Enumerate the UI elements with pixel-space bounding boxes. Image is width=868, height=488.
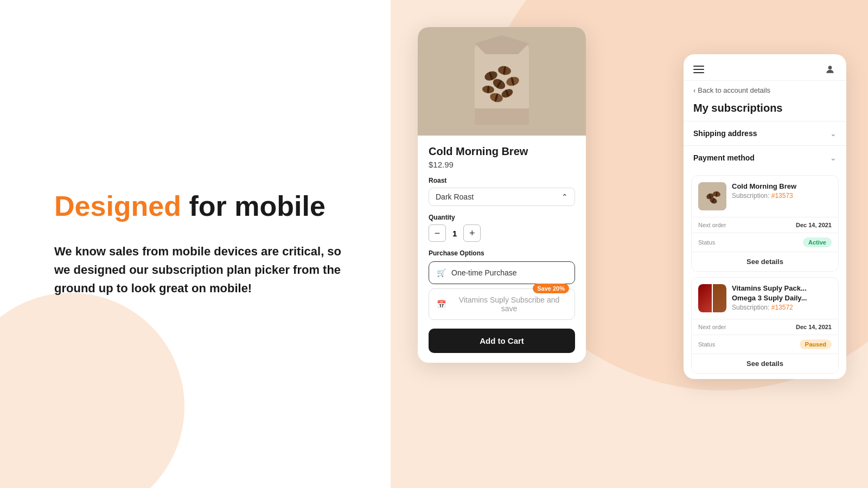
roast-select[interactable]: Dark Roast ⌃ [429,188,575,206]
next-order-label-2: Next order [698,324,726,330]
back-to-account-button[interactable]: ‹ Back to account details [684,81,846,100]
svg-rect-16 [475,108,529,125]
sub-meta-1-status: Status Active [692,233,838,252]
calendar-icon: 📅 [437,300,446,309]
hero-title-rest: for mobile [181,190,326,222]
status-label-1: Status [698,239,715,246]
sub-number-prefix: Subscription: [732,192,771,200]
shipping-address-accordion[interactable]: Shipping address ⌄ [684,121,846,145]
sub-card-2-top: Vitamins Suply Pack... Omega 3 Suply Dai… [692,278,838,319]
next-order-value-2: Dec 14, 2021 [796,324,832,330]
status-badge-1: Active [803,237,832,247]
quantity-increase-button[interactable]: + [463,224,481,242]
subscriptions-panel: ‹ Back to account details My subscriptio… [684,54,846,379]
purchase-options-label: Purchase Options [429,249,575,257]
quantity-decrease-button[interactable]: − [429,224,446,242]
svg-marker-1 [475,35,529,54]
left-section: Designed for mobile We know sales from m… [0,0,391,488]
sub-info-2: Vitamins Suply Pack... Omega 3 Suply Dai… [732,284,832,311]
hamburger-line [693,66,704,67]
subscriptions-title: My subscriptions [684,100,846,121]
svg-point-17 [828,66,832,69]
status-label-2: Status [698,341,715,348]
hamburger-line [693,72,704,73]
add-to-cart-button[interactable]: Add to Cart [429,329,575,353]
sub-number-2: Subscription: #13572 [732,304,832,311]
product-title: Cold Morning Brew [429,145,575,158]
coffee-bag-illustration [458,33,545,130]
next-order-label-1: Next order [698,222,726,228]
hamburger-line [693,69,704,70]
roast-value: Dark Roast [436,192,474,201]
one-time-purchase-button[interactable]: 🛒 One-time Purchase [429,261,575,284]
back-chevron-icon: ‹ [693,86,695,94]
subscribe-save-button[interactable]: Save 20% 📅 Vitamins Suply Subscribe and … [429,288,575,320]
next-order-value-1: Dec 14, 2021 [796,222,832,228]
thumb-left [698,284,712,312]
subs-panel-header [684,54,846,81]
roast-label: Roast [429,177,575,184]
quantity-controls: − 1 + [429,224,575,242]
payment-method-label: Payment method [693,153,755,162]
sub-meta-1-next: Next order Dec 14, 2021 [692,217,838,233]
quantity-section: Quantity − 1 + [429,214,575,242]
subscription-card-2: Vitamins Suply Pack... Omega 3 Suply Dai… [691,277,839,374]
sub-thumbnail-1 [698,182,726,210]
sub-number-1: Subscription: #13573 [732,192,832,200]
sub-meta-2-status: Status Paused [692,335,838,354]
hero-body: We know sales from mobile devices are cr… [54,242,347,298]
decorative-blob [0,293,184,488]
product-image [418,27,586,136]
sub-name-2-line1: Vitamins Suply Pack... [732,284,832,292]
sub-number-link-1[interactable]: #13573 [771,192,793,200]
see-details-button-2[interactable]: See details [692,354,838,373]
status-badge-2: Paused [800,339,832,349]
user-avatar-icon [825,64,835,75]
subscription-card-1: Cold Morning Brew Subscription: #13573 N… [691,175,839,272]
one-time-label: One-time Purchase [451,268,517,277]
hero-title-highlight: Designed [54,190,181,222]
subscribe-label: Vitamins Suply Subscribe and save [451,296,567,313]
see-details-button-1[interactable]: See details [692,252,838,271]
cart-icon: 🛒 [437,268,446,277]
product-body: Cold Morning Brew $12.99 Roast Dark Roas… [418,136,586,363]
sub-meta-2-next: Next order Dec 14, 2021 [692,319,838,335]
quantity-value: 1 [452,229,457,238]
sub-card-1-top: Cold Morning Brew Subscription: #13573 [692,176,838,217]
payment-method-accordion[interactable]: Payment method ⌄ [684,145,846,170]
product-card: Cold Morning Brew $12.99 Roast Dark Roas… [418,27,586,363]
shipping-address-label: Shipping address [693,129,757,138]
sub-number-link-2[interactable]: #13572 [771,304,793,311]
sub-info-1: Cold Morning Brew Subscription: #13573 [732,182,832,200]
back-label: Back to account details [698,86,770,94]
hero-title: Designed for mobile [54,190,347,223]
hamburger-menu-button[interactable] [693,66,704,73]
thumb-right [713,284,726,312]
payment-chevron-icon: ⌄ [830,153,837,162]
roast-chevron-icon: ⌃ [561,192,568,201]
sub-number-prefix-2: Subscription: [732,304,771,311]
user-icon[interactable] [824,63,837,76]
sub-name-2-line2: Omega 3 Suply Daily... [732,294,832,302]
shipping-chevron-icon: ⌄ [830,129,837,138]
sub-thumbnail-2 [698,284,726,312]
coffee-thumbnail-icon [698,182,726,210]
right-section: Cold Morning Brew $12.99 Roast Dark Roas… [391,0,868,488]
save-badge: Save 20% [533,284,569,293]
product-price: $12.99 [429,160,575,169]
sub-name-1: Cold Morning Brew [732,182,832,190]
quantity-label: Quantity [429,214,575,221]
